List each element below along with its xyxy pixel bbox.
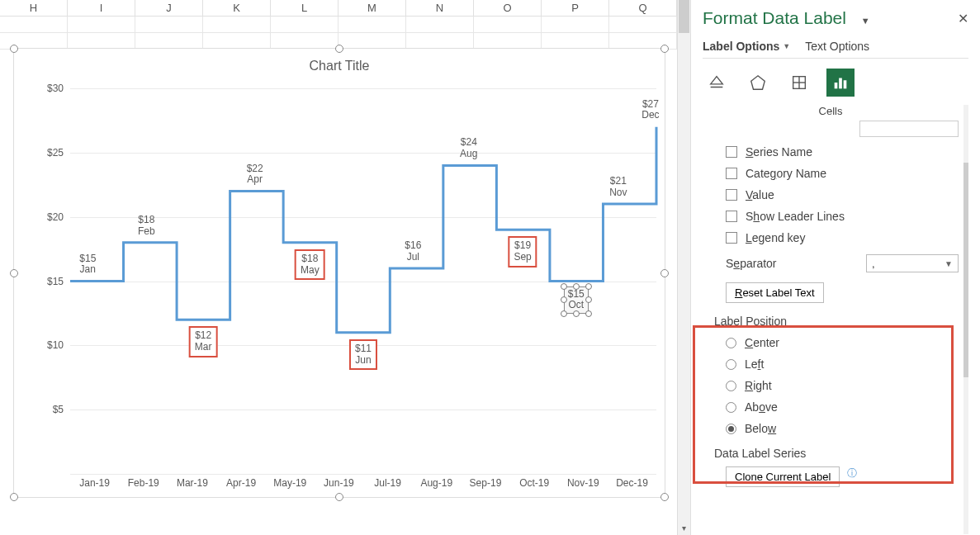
- resize-handle[interactable]: [10, 493, 18, 501]
- resize-handle[interactable]: [10, 269, 18, 277]
- label-options-icon[interactable]: [826, 69, 855, 97]
- resize-handle[interactable]: [660, 45, 669, 53]
- x-axis: Jan-19 Feb-19 Mar-19 Apr-19 May-19 Jun-1…: [70, 477, 656, 489]
- scroll-down-icon[interactable]: ▾: [678, 522, 690, 535]
- data-label-jan[interactable]: $15Jan: [71, 253, 104, 277]
- pane-menu-caret-icon[interactable]: ▼: [861, 16, 870, 26]
- checkbox-icon[interactable]: [726, 232, 737, 244]
- y-tick: $20: [37, 211, 64, 223]
- x-tick: Apr-19: [217, 477, 266, 489]
- close-icon[interactable]: ✕: [958, 11, 968, 26]
- checkbox-icon[interactable]: [726, 189, 737, 201]
- svg-rect-6: [844, 80, 847, 88]
- resize-handle[interactable]: [660, 269, 669, 277]
- radio-icon[interactable]: [726, 381, 736, 391]
- data-label-aug[interactable]: $24Aug: [452, 137, 485, 160]
- cells-label: Cells: [703, 105, 959, 117]
- radio-left[interactable]: Left: [726, 357, 959, 371]
- x-tick: Feb-19: [119, 477, 168, 489]
- cells-range-field[interactable]: [859, 121, 959, 137]
- col-header[interactable]: I: [68, 0, 135, 17]
- chevron-down-icon: ▼: [944, 259, 953, 268]
- tab-label-options[interactable]: Label Options▼: [703, 40, 790, 53]
- reset-label-text-button[interactable]: Reset Label Text: [726, 282, 824, 303]
- checkbox-category-name[interactable]: Category Name: [726, 167, 959, 180]
- data-label-jun[interactable]: $11Jun: [349, 339, 377, 371]
- label-position-title: Label Position: [714, 315, 959, 328]
- vertical-scrollbar[interactable]: ▾: [677, 0, 690, 535]
- radio-right[interactable]: Right: [726, 379, 959, 392]
- resize-handle[interactable]: [660, 493, 669, 501]
- fill-line-icon[interactable]: [703, 69, 731, 97]
- resize-handle[interactable]: [10, 45, 18, 53]
- chart-object[interactable]: Chart Title $30 $25 $20 $15 $10 $5 Jan-1…: [13, 48, 665, 498]
- y-tick: $15: [37, 276, 64, 287]
- checkbox-icon[interactable]: [726, 211, 737, 222]
- x-tick: Dec-19: [608, 477, 656, 489]
- col-header[interactable]: L: [271, 0, 339, 17]
- column-headers: H I J K L M N O P Q: [0, 0, 677, 17]
- x-tick: Nov-19: [559, 477, 608, 489]
- y-tick: $10: [37, 339, 64, 351]
- pane-title: Format Data Label: [703, 8, 846, 27]
- size-properties-icon[interactable]: [785, 69, 813, 97]
- checkbox-value[interactable]: Value: [726, 188, 959, 201]
- format-pane: Format Data Label ▼ ✕ Label Options▼ Tex…: [690, 0, 980, 535]
- x-tick: Jan-19: [70, 477, 119, 489]
- radio-icon[interactable]: [726, 359, 736, 370]
- plot-area[interactable]: $30 $25 $20 $15 $10 $5 Jan-19 Feb-19 Mar…: [37, 88, 656, 474]
- col-header[interactable]: M: [339, 0, 406, 17]
- radio-center[interactable]: Center: [726, 336, 959, 349]
- checkbox-icon[interactable]: [726, 168, 737, 179]
- x-tick: Aug-19: [412, 477, 461, 489]
- data-label-nov[interactable]: $21Nov: [602, 176, 635, 199]
- data-label-jul[interactable]: $16Jul: [396, 240, 429, 263]
- checkbox-series-name[interactable]: SSeries Nameeries Name: [726, 145, 959, 159]
- col-header[interactable]: N: [406, 0, 474, 17]
- svg-rect-4: [835, 83, 838, 88]
- svg-rect-5: [839, 78, 842, 89]
- radio-icon[interactable]: [726, 424, 736, 434]
- checkbox-legend-key[interactable]: Legend key: [726, 231, 959, 244]
- tab-text-options[interactable]: Text Options: [805, 40, 869, 53]
- x-tick: Mar-19: [168, 477, 216, 489]
- data-label-feb[interactable]: $18Feb: [130, 215, 163, 238]
- col-header[interactable]: H: [0, 0, 68, 17]
- effects-icon[interactable]: [744, 69, 772, 97]
- data-label-apr[interactable]: $22Apr: [239, 163, 272, 187]
- checkbox-show-leader-lines[interactable]: Show Leader Lines: [726, 210, 959, 223]
- y-tick: $25: [37, 147, 64, 159]
- scrollbar-thumb[interactable]: [679, 0, 689, 33]
- separator-select[interactable]: , ▼: [866, 254, 959, 272]
- x-tick: Jun-19: [315, 477, 363, 489]
- data-label-may[interactable]: $18May: [295, 249, 325, 281]
- y-tick: $5: [37, 404, 64, 415]
- col-header[interactable]: P: [542, 0, 609, 17]
- x-tick: Oct-19: [510, 477, 559, 489]
- data-label-sep[interactable]: $19Sep: [508, 236, 537, 268]
- separator-label: Separator: [726, 257, 777, 270]
- checkbox-icon[interactable]: [726, 146, 737, 158]
- radio-icon[interactable]: [726, 338, 736, 348]
- y-tick: $30: [37, 83, 64, 94]
- x-tick: May-19: [266, 477, 315, 489]
- col-header[interactable]: O: [474, 0, 542, 17]
- data-label-mar[interactable]: $12Mar: [189, 326, 218, 357]
- scrollbar-thumb[interactable]: [963, 163, 968, 377]
- data-label-oct-selected[interactable]: $15Oct: [564, 286, 589, 315]
- radio-above[interactable]: Above: [726, 400, 959, 414]
- col-header[interactable]: Q: [609, 0, 677, 17]
- radio-below[interactable]: Below: [726, 422, 959, 435]
- x-tick: Jul-19: [363, 477, 412, 489]
- data-label-dec[interactable]: $27Dec: [634, 99, 667, 122]
- pane-scrollbar[interactable]: [963, 105, 968, 534]
- resize-handle[interactable]: [335, 45, 343, 53]
- svg-marker-0: [751, 76, 765, 90]
- col-header[interactable]: J: [135, 0, 203, 17]
- info-icon[interactable]: ⓘ: [847, 467, 857, 479]
- radio-icon[interactable]: [726, 402, 736, 413]
- resize-handle[interactable]: [335, 493, 343, 501]
- clone-current-label-button[interactable]: Clone Current Label: [726, 466, 840, 487]
- data-label-series-title: Data Label Series: [714, 447, 959, 460]
- col-header[interactable]: K: [203, 0, 271, 17]
